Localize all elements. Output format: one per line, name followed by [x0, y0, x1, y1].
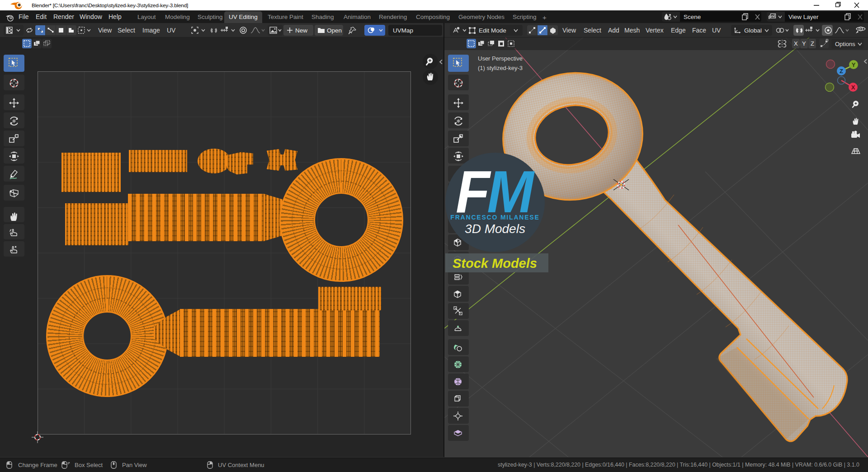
svg-text:Y: Y — [852, 61, 856, 68]
svg-text:Z: Z — [840, 68, 843, 75]
svg-text:X: X — [851, 84, 855, 91]
